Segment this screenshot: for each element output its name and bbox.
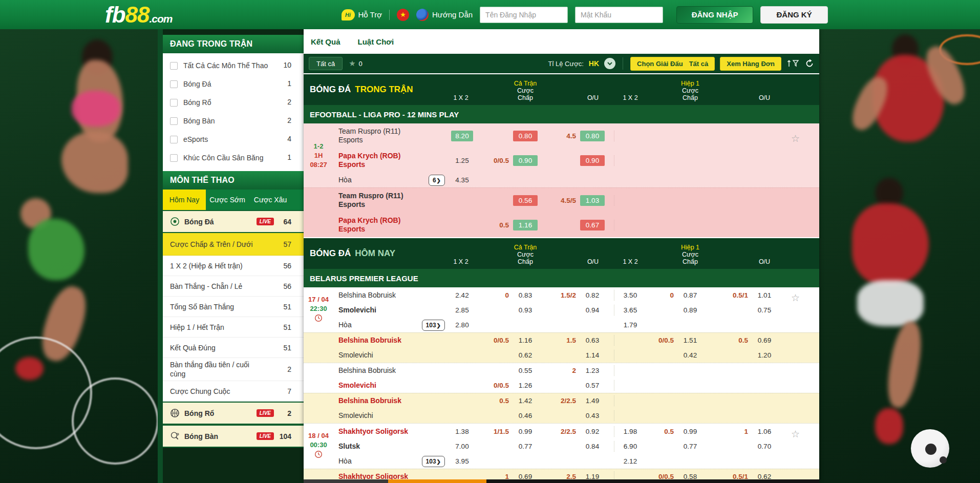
odd-value[interactable]: 1.25 — [451, 155, 473, 166]
odd-value[interactable]: 1.49 — [580, 395, 605, 406]
handicap-value[interactable]: 0.5 — [664, 428, 674, 435]
sidebar-menu-item[interactable]: 1 X 2 (Hiệp & Hết trận)56 — [163, 256, 304, 276]
odd-value[interactable]: 0.62 — [513, 350, 538, 361]
odd-value[interactable]: 3.50 — [618, 290, 643, 301]
handicap-value[interactable]: 4.5/5 — [561, 197, 576, 204]
odd-value[interactable]: 1.98 — [618, 426, 643, 437]
sidebar-scrollbar[interactable] — [158, 29, 163, 483]
odd-value[interactable]: 4.35 — [451, 175, 473, 185]
odd-value[interactable]: 0.99 — [678, 426, 702, 437]
sidebar-tab[interactable]: Cược Sớm — [206, 190, 249, 210]
odd-value[interactable]: 0.77 — [513, 441, 538, 452]
live-filter-item[interactable]: Khúc Côn Cầu Sân Băng1 — [163, 149, 304, 167]
handicap-value[interactable]: 0/0.5 — [658, 337, 674, 344]
view-single-button[interactable]: Xem Hàng Đơn — [720, 57, 781, 71]
sidebar-menu-item[interactable]: Cược Chấp & Trên / Dưới57 — [163, 233, 304, 256]
live-filter-item[interactable]: Tất Cả Các Môn Thể Thao10 — [163, 56, 304, 75]
sidebar-menu-item[interactable]: Bàn Thắng - Chẵn / Lẻ56 — [163, 276, 304, 297]
odd-value[interactable]: 0.70 — [752, 441, 777, 452]
odd-value[interactable]: 1.01 — [752, 290, 777, 301]
checkbox[interactable] — [170, 99, 178, 107]
odd-value[interactable]: 1.51 — [678, 335, 702, 346]
odd-value[interactable]: 0.92 — [580, 426, 605, 437]
sidebar-tab[interactable]: Cược Xâu — [249, 190, 292, 210]
odd-value[interactable]: 0.46 — [513, 410, 538, 421]
register-button[interactable]: ĐĂNG KÝ — [760, 6, 828, 24]
handicap-value[interactable]: 0.5 — [499, 397, 509, 405]
odd-value[interactable]: 3.65 — [618, 305, 643, 316]
odd-value[interactable]: 0.55 — [513, 365, 538, 376]
more-bets-button[interactable]: 103 — [422, 456, 445, 467]
odd-value[interactable]: 7.00 — [451, 441, 473, 452]
brand-logo[interactable]: fb88.com — [105, 2, 173, 28]
odd-value[interactable]: 0.56 — [513, 195, 538, 206]
odd-value[interactable]: 0.94 — [580, 305, 605, 316]
odd-value[interactable]: 1.03 — [580, 195, 605, 206]
handicap-value[interactable]: 0.5 — [499, 221, 509, 229]
handicap-value[interactable]: 0 — [670, 291, 674, 299]
checkbox[interactable] — [170, 117, 178, 125]
odd-value[interactable]: 0.82 — [580, 290, 605, 301]
live-filter-item[interactable]: eSports4 — [163, 130, 304, 149]
handicap-value[interactable]: 1.5 — [566, 337, 576, 344]
vietnam-flag-icon[interactable]: ★ — [397, 9, 409, 21]
odd-value[interactable]: 1.79 — [618, 320, 643, 330]
checkbox[interactable] — [170, 62, 178, 70]
all-filter-button[interactable]: Tất cả — [309, 57, 343, 70]
more-bets-button[interactable]: 6 — [429, 175, 445, 186]
live-filter-item[interactable]: Bóng Bàn2 — [163, 112, 304, 130]
odd-value[interactable]: 0.87 — [678, 290, 702, 301]
sidebar-menu-item[interactable]: Bóng BànLIVE104 — [163, 425, 304, 448]
live-filter-item[interactable]: Bóng Đá1 — [163, 75, 304, 93]
sidebar-tab[interactable]: Hôm Nay — [163, 190, 206, 210]
handicap-value[interactable]: 2/2.5 — [561, 428, 576, 435]
odd-value[interactable]: 0.90 — [580, 155, 605, 166]
sidebar-menu-item[interactable]: Bàn thắng đầu tiên / cuối cùng2 — [163, 358, 304, 381]
odd-value[interactable]: 0.57 — [580, 380, 605, 391]
odd-value[interactable]: 0.90 — [513, 155, 538, 166]
refresh-icon[interactable] — [805, 59, 814, 68]
favorite-star-icon[interactable]: ☆ — [791, 131, 800, 143]
handicap-value[interactable]: 2 — [572, 367, 576, 374]
more-bets-button[interactable]: 103 — [422, 320, 445, 331]
odd-value[interactable]: 0.42 — [678, 350, 702, 361]
odd-value[interactable]: 0.93 — [513, 305, 538, 316]
handicap-value[interactable]: 2/2.5 — [561, 397, 576, 405]
password-input[interactable] — [575, 7, 663, 23]
favorite-star-icon[interactable]: ☆ — [791, 290, 800, 303]
handicap-value[interactable]: 0.5/1 — [733, 291, 748, 299]
odd-value[interactable]: 0.63 — [580, 335, 605, 346]
support-link[interactable]: Hi Hỗ Trợ — [342, 9, 382, 20]
handicap-value[interactable]: 0 — [505, 291, 509, 299]
odd-value[interactable]: 2.85 — [451, 305, 473, 316]
sidebar-menu-item[interactable]: Hiệp 1 / Hết Trận51 — [163, 317, 304, 338]
main-link-rules[interactable]: Luật Chơi — [358, 37, 394, 46]
odd-value[interactable]: 0.80 — [580, 131, 605, 141]
odd-value[interactable]: 1.42 — [513, 395, 538, 406]
sidebar-menu-item[interactable]: Bóng RổLIVE2 — [163, 402, 304, 425]
favorites-counter[interactable]: ★ 0 — [349, 59, 363, 68]
odds-format-dropdown[interactable] — [604, 58, 615, 69]
sort-filter-icon[interactable] — [786, 59, 800, 68]
guide-link[interactable]: Hướng Dẫn — [416, 9, 473, 21]
odd-value[interactable]: 0.67 — [580, 220, 605, 230]
odd-value[interactable]: 8.20 — [451, 131, 473, 141]
checkbox[interactable] — [170, 154, 178, 162]
sidebar-menu-item[interactable]: Cược Chung Cuộc7 — [163, 381, 304, 402]
handicap-value[interactable]: 1 — [744, 428, 748, 435]
odd-value[interactable]: 0.80 — [513, 131, 538, 141]
odd-value[interactable]: 0.75 — [752, 305, 777, 316]
odd-value[interactable]: 1.14 — [580, 350, 605, 361]
handicap-value[interactable]: 0/0.5 — [494, 337, 509, 344]
odd-value[interactable]: 1.23 — [580, 365, 605, 376]
handicap-value[interactable]: 1.5/2 — [561, 291, 576, 299]
favorite-star-icon[interactable]: ☆ — [791, 427, 800, 439]
handicap-value[interactable]: 0/0.5 — [494, 157, 509, 164]
odd-value[interactable]: 0.83 — [513, 290, 538, 301]
choose-league-button[interactable]: Chọn Giải ĐấuTất cả — [630, 57, 715, 71]
odd-value[interactable]: 1.06 — [752, 426, 777, 437]
odd-value[interactable]: 1.16 — [513, 335, 538, 346]
odd-value[interactable]: 3.95 — [451, 456, 473, 467]
handicap-value[interactable]: 0/0.5 — [494, 382, 509, 389]
odd-value[interactable]: 1.20 — [752, 350, 777, 361]
